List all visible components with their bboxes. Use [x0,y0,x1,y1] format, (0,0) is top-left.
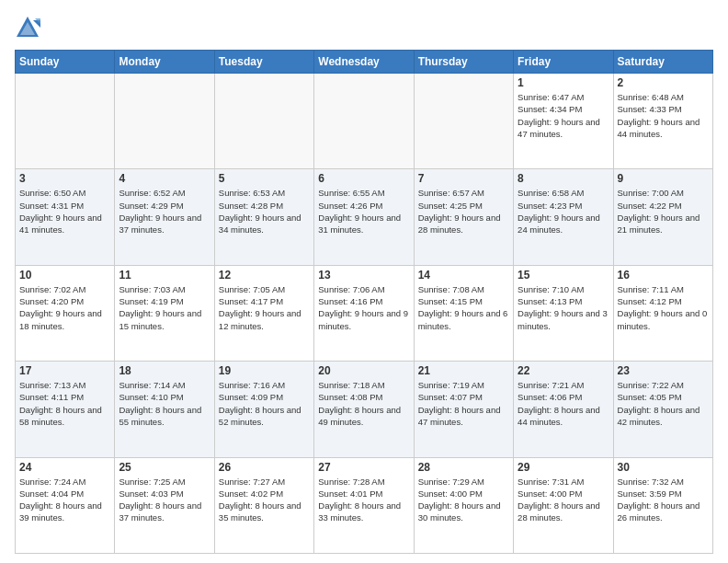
day-info: Sunrise: 6:50 AM Sunset: 4:31 PM Dayligh… [19,187,110,236]
day-number: 21 [418,364,509,377]
day-number: 22 [518,364,609,377]
day-cell: 22Sunrise: 7:21 AM Sunset: 4:06 PM Dayli… [514,362,613,457]
col-header-saturday: Saturday [613,51,712,74]
day-number: 20 [318,364,409,377]
day-cell: 29Sunrise: 7:31 AM Sunset: 4:00 PM Dayli… [514,457,613,553]
col-header-thursday: Thursday [414,51,513,74]
day-cell: 4Sunrise: 6:52 AM Sunset: 4:29 PM Daylig… [115,169,214,265]
calendar-table: SundayMondayTuesdayWednesdayThursdayFrid… [15,50,713,554]
day-cell: 21Sunrise: 7:19 AM Sunset: 4:07 PM Dayli… [414,362,513,457]
day-number: 18 [119,364,210,377]
day-number: 25 [119,461,210,474]
day-cell: 25Sunrise: 7:25 AM Sunset: 4:03 PM Dayli… [115,457,214,553]
day-cell: 26Sunrise: 7:27 AM Sunset: 4:02 PM Dayli… [214,457,313,553]
day-cell: 15Sunrise: 7:10 AM Sunset: 4:13 PM Dayli… [514,265,613,361]
day-info: Sunrise: 6:53 AM Sunset: 4:28 PM Dayligh… [219,187,310,236]
day-info: Sunrise: 6:58 AM Sunset: 4:23 PM Dayligh… [518,187,609,236]
day-info: Sunrise: 6:48 AM Sunset: 4:33 PM Dayligh… [618,91,709,140]
day-number: 11 [119,269,210,282]
day-info: Sunrise: 7:14 AM Sunset: 4:10 PM Dayligh… [119,379,210,428]
day-number: 13 [318,269,409,282]
day-cell: 6Sunrise: 6:55 AM Sunset: 4:26 PM Daylig… [314,169,414,265]
day-number: 23 [618,364,709,377]
day-number: 15 [518,269,609,282]
day-cell: 3Sunrise: 6:50 AM Sunset: 4:31 PM Daylig… [16,169,115,265]
day-info: Sunrise: 7:24 AM Sunset: 4:04 PM Dayligh… [19,476,110,524]
day-cell: 11Sunrise: 7:03 AM Sunset: 4:19 PM Dayli… [115,265,214,361]
day-number: 6 [318,172,409,185]
day-cell: 1Sunrise: 6:47 AM Sunset: 4:34 PM Daylig… [514,74,613,169]
day-info: Sunrise: 7:27 AM Sunset: 4:02 PM Dayligh… [219,476,310,524]
day-number: 1 [518,76,609,89]
day-number: 12 [219,269,310,282]
day-cell: 23Sunrise: 7:22 AM Sunset: 4:05 PM Dayli… [613,362,712,457]
day-cell: 17Sunrise: 7:13 AM Sunset: 4:11 PM Dayli… [16,362,115,457]
week-row-2: 10Sunrise: 7:02 AM Sunset: 4:20 PM Dayli… [16,265,713,361]
day-number: 28 [418,461,509,474]
col-header-wednesday: Wednesday [314,51,414,74]
day-number: 7 [418,172,509,185]
day-number: 30 [618,461,709,474]
day-info: Sunrise: 6:47 AM Sunset: 4:34 PM Dayligh… [518,91,609,140]
week-row-1: 3Sunrise: 6:50 AM Sunset: 4:31 PM Daylig… [16,169,713,265]
day-number: 14 [418,269,509,282]
day-info: Sunrise: 6:57 AM Sunset: 4:25 PM Dayligh… [418,187,509,236]
day-cell: 27Sunrise: 7:28 AM Sunset: 4:01 PM Dayli… [314,457,414,553]
day-number: 16 [618,269,709,282]
day-number: 5 [219,172,310,185]
day-number: 24 [19,461,110,474]
day-number: 9 [618,172,709,185]
day-info: Sunrise: 7:08 AM Sunset: 4:15 PM Dayligh… [418,283,509,332]
day-cell: 24Sunrise: 7:24 AM Sunset: 4:04 PM Dayli… [16,457,115,553]
day-info: Sunrise: 6:55 AM Sunset: 4:26 PM Dayligh… [318,187,409,236]
day-info: Sunrise: 7:05 AM Sunset: 4:17 PM Dayligh… [219,283,310,332]
day-number: 8 [518,172,609,185]
day-cell [115,74,214,169]
day-cell: 5Sunrise: 6:53 AM Sunset: 4:28 PM Daylig… [214,169,313,265]
day-number: 27 [318,461,409,474]
day-number: 17 [19,364,110,377]
day-info: Sunrise: 7:21 AM Sunset: 4:06 PM Dayligh… [518,379,609,428]
day-cell: 9Sunrise: 7:00 AM Sunset: 4:22 PM Daylig… [613,169,712,265]
day-info: Sunrise: 7:31 AM Sunset: 4:00 PM Dayligh… [518,476,609,524]
day-cell: 14Sunrise: 7:08 AM Sunset: 4:15 PM Dayli… [414,265,513,361]
col-header-monday: Monday [115,51,214,74]
day-info: Sunrise: 7:00 AM Sunset: 4:22 PM Dayligh… [618,187,709,236]
day-info: Sunrise: 7:03 AM Sunset: 4:19 PM Dayligh… [119,283,210,332]
day-number: 19 [219,364,310,377]
day-info: Sunrise: 7:13 AM Sunset: 4:11 PM Dayligh… [19,379,110,428]
day-info: Sunrise: 7:16 AM Sunset: 4:09 PM Dayligh… [219,379,310,428]
day-cell: 10Sunrise: 7:02 AM Sunset: 4:20 PM Dayli… [16,265,115,361]
day-number: 4 [119,172,210,185]
day-cell: 28Sunrise: 7:29 AM Sunset: 4:00 PM Dayli… [414,457,513,553]
day-info: Sunrise: 7:06 AM Sunset: 4:16 PM Dayligh… [318,283,409,332]
day-cell [414,74,513,169]
day-number: 10 [19,269,110,282]
page: SundayMondayTuesdayWednesdayThursdayFrid… [0,0,728,563]
day-cell: 16Sunrise: 7:11 AM Sunset: 4:12 PM Dayli… [613,265,712,361]
day-info: Sunrise: 7:25 AM Sunset: 4:03 PM Dayligh… [119,476,210,524]
day-cell: 18Sunrise: 7:14 AM Sunset: 4:10 PM Dayli… [115,362,214,457]
day-info: Sunrise: 7:11 AM Sunset: 4:12 PM Dayligh… [618,283,709,332]
day-info: Sunrise: 7:22 AM Sunset: 4:05 PM Dayligh… [618,379,709,428]
day-cell: 2Sunrise: 6:48 AM Sunset: 4:33 PM Daylig… [613,74,712,169]
day-info: Sunrise: 7:02 AM Sunset: 4:20 PM Dayligh… [19,283,110,332]
day-cell: 19Sunrise: 7:16 AM Sunset: 4:09 PM Dayli… [214,362,313,457]
day-cell: 8Sunrise: 6:58 AM Sunset: 4:23 PM Daylig… [514,169,613,265]
day-info: Sunrise: 7:19 AM Sunset: 4:07 PM Dayligh… [418,379,509,428]
day-cell [16,74,115,169]
logo [15,15,44,40]
day-cell: 7Sunrise: 6:57 AM Sunset: 4:25 PM Daylig… [414,169,513,265]
logo-icon [15,15,40,40]
day-cell: 30Sunrise: 7:32 AM Sunset: 3:59 PM Dayli… [613,457,712,553]
col-header-sunday: Sunday [16,51,115,74]
day-cell [214,74,313,169]
col-header-tuesday: Tuesday [214,51,313,74]
header [15,15,713,40]
day-cell: 13Sunrise: 7:06 AM Sunset: 4:16 PM Dayli… [314,265,414,361]
day-info: Sunrise: 6:52 AM Sunset: 4:29 PM Dayligh… [119,187,210,236]
week-row-3: 17Sunrise: 7:13 AM Sunset: 4:11 PM Dayli… [16,362,713,457]
day-number: 3 [19,172,110,185]
day-info: Sunrise: 7:29 AM Sunset: 4:00 PM Dayligh… [418,476,509,524]
day-info: Sunrise: 7:18 AM Sunset: 4:08 PM Dayligh… [318,379,409,428]
